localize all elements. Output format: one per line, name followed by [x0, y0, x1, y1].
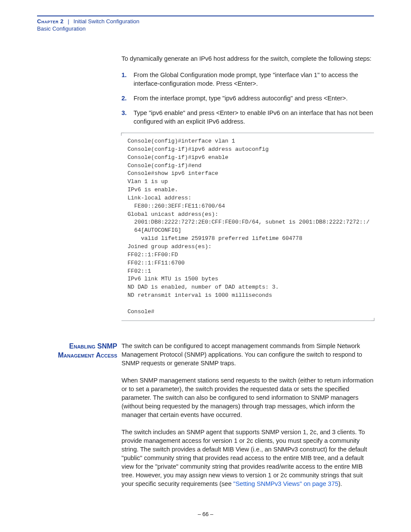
- snmp-paragraph-3: The switch includes an SNMP agent that s…: [121, 428, 374, 488]
- intro-paragraph: To dynamically generate an IPv6 host add…: [121, 54, 374, 63]
- snmp-para3-post: ).: [338, 480, 342, 487]
- step-2: 2.From the interface prompt, type "ipv6 …: [121, 94, 374, 103]
- page-number: – 66 –: [0, 511, 411, 517]
- step-text: Type "ipv6 enable" and press <Enter> to …: [134, 109, 373, 125]
- console-output: Console(config)#interface vlan 1 Console…: [121, 133, 374, 321]
- step-number: 1.: [121, 71, 127, 79]
- step-text: From the Global Configuration mode promp…: [134, 72, 358, 87]
- chapter-label: Chapter 2: [37, 18, 64, 25]
- heading-line-2: Management Access: [37, 351, 117, 360]
- snmp-para3-pre: The switch includes an SNMP agent that s…: [121, 429, 367, 487]
- heading-line-1: Enabling SNMP: [37, 342, 117, 351]
- header-separator: |: [68, 18, 69, 25]
- chapter-title: Initial Switch Configuration: [73, 18, 139, 25]
- xref-setting-snmpv3-views[interactable]: "Setting SNMPv3 Views" on page 375: [234, 480, 339, 487]
- header-line-1: Chapter 2 | Initial Switch Configuration: [37, 18, 374, 25]
- header-rule: [37, 16, 374, 16]
- step-text: From the interface prompt, type "ipv6 ad…: [134, 95, 348, 102]
- snmp-paragraph-2: When SNMP management stations send reque…: [121, 376, 374, 419]
- step-number: 3.: [121, 109, 127, 117]
- section-heading-snmp: Enabling SNMP Management Access: [37, 342, 121, 360]
- step-number: 2.: [121, 94, 127, 103]
- step-3: 3.Type "ipv6 enable" and press <Enter> t…: [121, 109, 374, 126]
- step-1: 1.From the Global Configuration mode pro…: [121, 71, 374, 88]
- snmp-paragraph-1: The switch can be configured to accept m…: [121, 342, 374, 367]
- header-section: Basic Configuration: [37, 25, 374, 32]
- steps-list: 1.From the Global Configuration mode pro…: [121, 71, 374, 126]
